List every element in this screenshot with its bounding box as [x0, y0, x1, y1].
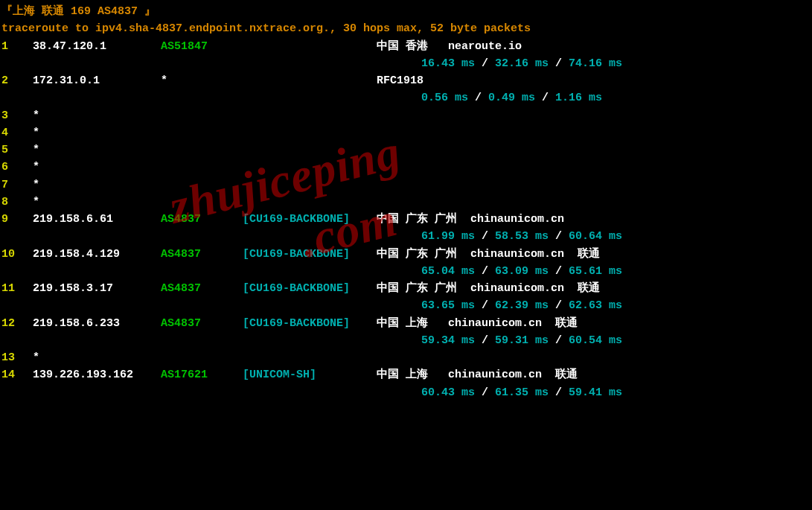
hop-asn: AS4837: [161, 315, 243, 332]
hop-latency: 58.53 ms: [495, 228, 549, 245]
hop-latency: 60.43 ms: [421, 384, 475, 401]
latency-separator: /: [549, 263, 569, 280]
hop-asn: AS17621: [161, 366, 243, 383]
hop-row: 13*: [1, 349, 811, 366]
hop-row: 3*: [1, 107, 811, 124]
hop-asn: AS4837: [161, 280, 243, 297]
hop-number: 11: [1, 280, 33, 297]
hop-geo: 中国 广东 广州 chinaunicom.cn 联通: [377, 246, 600, 263]
hop-main-line: 3*: [1, 107, 811, 124]
hop-row: 9219.158.6.61AS4837[CU169-BACKBONE]中国 广东…: [1, 211, 811, 246]
hop-latency: 32.16 ms: [495, 55, 549, 72]
hop-backbone: [CU169-BACKBONE]: [243, 246, 377, 263]
hop-row: 5*: [1, 141, 811, 159]
hop-latency-line: 65.04 ms / 63.09 ms / 65.61 ms: [1, 263, 811, 280]
hop-main-line: 6*: [1, 159, 811, 176]
hop-main-line: 2172.31.0.1*RFC1918: [1, 72, 811, 89]
hop-geo: RFC1918: [377, 72, 423, 89]
hop-latency-pad: [1, 89, 421, 106]
hop-latency: 74.16 ms: [569, 55, 622, 72]
hop-backbone: [243, 38, 377, 55]
hop-ip: 219.158.6.233: [33, 315, 161, 332]
hop-ip: 139.226.193.162: [33, 366, 161, 383]
latency-separator: /: [549, 384, 569, 401]
hop-ip: *: [33, 141, 161, 159]
latency-separator: /: [549, 228, 569, 245]
hop-main-line: 13*: [1, 349, 811, 366]
hop-latency-pad: [1, 297, 421, 314]
hop-row: 12219.158.6.233AS4837[CU169-BACKBONE]中国 …: [1, 315, 811, 350]
hop-number: 3: [1, 107, 33, 124]
latency-separator: /: [549, 297, 569, 314]
hop-main-line: 11219.158.3.17AS4837[CU169-BACKBONE]中国 广…: [1, 280, 811, 297]
hop-row: 6*: [1, 159, 811, 176]
hop-number: 7: [1, 176, 33, 194]
hop-latency-line: 61.99 ms / 58.53 ms / 60.64 ms: [1, 228, 811, 245]
hop-main-line: 14139.226.193.162AS17621[UNICOM-SH]中国 上海…: [1, 366, 811, 383]
hop-main-line: 12219.158.6.233AS4837[CU169-BACKBONE]中国 …: [1, 315, 811, 332]
hop-asn: AS4837: [161, 246, 243, 263]
hop-ip: 219.158.4.129: [33, 246, 161, 263]
hop-latency-line: 59.34 ms / 59.31 ms / 60.54 ms: [1, 332, 811, 349]
hop-number: 4: [1, 124, 33, 141]
hop-latency: 0.56 ms: [421, 89, 468, 106]
latency-separator: /: [535, 89, 555, 106]
hop-latency: 59.31 ms: [495, 332, 549, 349]
hop-latency-line: 60.43 ms / 61.35 ms / 59.41 ms: [1, 384, 811, 401]
hop-latency: 65.61 ms: [569, 263, 622, 280]
hop-latency-pad: [1, 55, 421, 72]
hop-backbone: [CU169-BACKBONE]: [243, 211, 377, 228]
latency-separator: /: [475, 332, 495, 349]
hop-ip: *: [33, 176, 161, 194]
hop-row: 4*: [1, 124, 811, 141]
hop-latency: 1.16 ms: [555, 89, 602, 106]
latency-separator: /: [468, 89, 488, 106]
hop-latency-pad: [1, 384, 421, 401]
hop-latency-line: 0.56 ms / 0.49 ms / 1.16 ms: [1, 89, 811, 106]
hop-main-line: 138.47.120.1AS51847中国 香港 nearoute.io: [1, 38, 811, 55]
hop-latency: 60.54 ms: [569, 332, 622, 349]
hop-latency-line: 63.65 ms / 62.39 ms / 62.63 ms: [1, 297, 811, 314]
hop-main-line: 5*: [1, 141, 811, 159]
hop-ip: *: [33, 159, 161, 176]
hop-latency: 63.09 ms: [495, 263, 549, 280]
hop-row: 8*: [1, 194, 811, 211]
hop-row: 14139.226.193.162AS17621[UNICOM-SH]中国 上海…: [1, 366, 811, 401]
hop-ip: *: [33, 124, 161, 141]
hop-latency: 0.49 ms: [488, 89, 535, 106]
hop-number: 13: [1, 349, 33, 366]
hop-ip: 38.47.120.1: [33, 38, 161, 55]
hop-latency-pad: [1, 332, 421, 349]
hop-latency-pad: [1, 228, 421, 245]
hop-number: 2: [1, 72, 33, 89]
hop-asn: AS4837: [161, 211, 243, 228]
hop-backbone: [243, 72, 377, 89]
hop-latency: 61.99 ms: [421, 228, 475, 245]
hop-backbone: [UNICOM-SH]: [243, 366, 377, 383]
latency-separator: /: [549, 55, 569, 72]
hop-number: 9: [1, 211, 33, 228]
latency-separator: /: [475, 55, 495, 72]
hop-backbone: [CU169-BACKBONE]: [243, 315, 377, 332]
hop-row: 10219.158.4.129AS4837[CU169-BACKBONE]中国 …: [1, 246, 811, 281]
hop-number: 5: [1, 141, 33, 159]
hop-number: 8: [1, 194, 33, 211]
hop-latency: 16.43 ms: [421, 55, 475, 72]
hop-list: 138.47.120.1AS51847中国 香港 nearoute.io16.4…: [1, 38, 811, 401]
header-title: 『上海 联通 169 AS4837 』: [1, 3, 811, 20]
hop-latency-line: 16.43 ms / 32.16 ms / 74.16 ms: [1, 55, 811, 72]
hop-latency: 65.04 ms: [421, 263, 475, 280]
hop-latency: 59.34 ms: [421, 332, 475, 349]
latency-separator: /: [549, 332, 569, 349]
hop-main-line: 9219.158.6.61AS4837[CU169-BACKBONE]中国 广东…: [1, 211, 811, 228]
hop-latency: 62.39 ms: [495, 297, 549, 314]
hop-row: 7*: [1, 176, 811, 194]
hop-geo: 中国 广东 广州 chinaunicom.cn 联通: [377, 280, 600, 297]
hop-row: 2172.31.0.1*RFC19180.56 ms / 0.49 ms / 1…: [1, 72, 811, 107]
hop-latency: 59.41 ms: [569, 384, 622, 401]
traceroute-info: traceroute to ipv4.sha-4837.endpoint.nxt…: [1, 20, 811, 37]
hop-latency: 63.65 ms: [421, 297, 475, 314]
latency-separator: /: [475, 228, 495, 245]
hop-geo: 中国 广东 广州 chinaunicom.cn: [377, 211, 564, 228]
hop-asn: *: [161, 72, 243, 89]
